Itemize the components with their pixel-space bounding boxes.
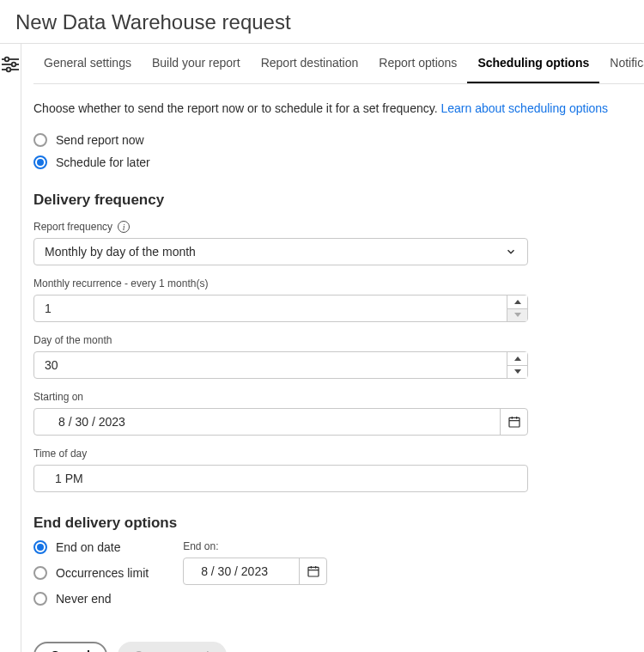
- starting-on-label: Starting on: [33, 391, 644, 403]
- svg-marker-6: [514, 300, 521, 304]
- monthly-recurrence-stepper[interactable]: 1: [33, 295, 528, 322]
- stepper-up-button[interactable]: [507, 296, 527, 308]
- svg-marker-8: [514, 356, 521, 361]
- info-icon[interactable]: i: [118, 221, 130, 233]
- svg-rect-20: [308, 567, 319, 576]
- delivery-frequency-heading: Delivery frequency: [33, 192, 644, 209]
- label-text: Report frequency: [33, 221, 112, 233]
- report-frequency-label: Report frequency i: [33, 221, 644, 233]
- end-on-date-input[interactable]: 8 / 30 / 2023: [183, 558, 327, 585]
- tabs: General settings Build your report Repor…: [33, 44, 644, 84]
- save-request-button[interactable]: Save request: [118, 642, 227, 652]
- chevron-down-icon: [505, 246, 517, 258]
- learn-link[interactable]: Learn about scheduling options: [440, 101, 608, 115]
- left-rail: [0, 44, 21, 652]
- end-delivery-heading: End delivery options: [33, 515, 644, 532]
- stepper-value: 30: [45, 358, 58, 372]
- tab-notification-email[interactable]: Notification email: [599, 44, 644, 83]
- radio-label: Send report now: [56, 133, 144, 147]
- tab-build-your-report[interactable]: Build your report: [142, 44, 251, 83]
- time-of-day-input[interactable]: 1 PM: [33, 465, 528, 492]
- intro-text: Choose whether to send the report now or…: [33, 100, 644, 118]
- monthly-recurrence-label: Monthly recurrence - every 1 month(s): [33, 277, 644, 289]
- radio-icon: [33, 155, 47, 169]
- page-title: New Data Warehouse request: [0, 0, 644, 44]
- radio-label: Occurrences limit: [56, 566, 149, 580]
- radio-schedule-later[interactable]: Schedule for later: [33, 155, 644, 169]
- calendar-button[interactable]: [299, 558, 326, 584]
- svg-point-3: [12, 63, 16, 67]
- tab-report-options[interactable]: Report options: [368, 44, 467, 83]
- radio-end-on-date[interactable]: End on date: [33, 540, 149, 554]
- radio-icon: [33, 566, 47, 580]
- tab-general-settings[interactable]: General settings: [33, 44, 142, 83]
- radio-occurrences-limit[interactable]: Occurrences limit: [33, 566, 149, 580]
- radio-send-now[interactable]: Send report now: [33, 133, 644, 147]
- radio-label: End on date: [56, 540, 121, 554]
- radio-icon: [33, 133, 47, 147]
- radio-icon: [33, 540, 47, 554]
- radio-never-end[interactable]: Never end: [33, 592, 149, 606]
- date-value: 8 / 30 / 2023: [201, 564, 268, 578]
- time-value: 1 PM: [45, 472, 83, 485]
- radio-icon: [33, 592, 47, 606]
- svg-point-5: [7, 68, 11, 72]
- radio-label: Schedule for later: [56, 155, 150, 169]
- svg-marker-9: [514, 369, 521, 374]
- settings-sliders-icon[interactable]: [0, 54, 21, 652]
- stepper-down-button[interactable]: [507, 365, 527, 379]
- stepper-value: 1: [45, 302, 52, 315]
- stepper-down-button[interactable]: [507, 308, 527, 322]
- radio-label: Never end: [56, 592, 112, 606]
- svg-marker-7: [514, 313, 521, 317]
- stepper-controls: [507, 296, 527, 321]
- starting-on-date-input[interactable]: 8 / 30 / 2023: [33, 408, 528, 436]
- svg-point-1: [5, 58, 9, 62]
- intro-copy: Choose whether to send the report now or…: [33, 101, 440, 115]
- report-frequency-select[interactable]: Monthly by day of the month: [33, 238, 528, 265]
- cancel-button[interactable]: Cancel: [33, 642, 107, 652]
- day-of-month-label: Day of the month: [33, 334, 644, 346]
- svg-rect-10: [509, 417, 519, 427]
- end-on-label: End on:: [183, 540, 327, 552]
- stepper-up-button[interactable]: [507, 352, 527, 365]
- tab-scheduling-options[interactable]: Scheduling options: [467, 44, 599, 83]
- select-value: Monthly by day of the month: [45, 245, 196, 259]
- date-value: 8 / 30 / 2023: [45, 415, 125, 429]
- time-of-day-label: Time of day: [33, 448, 644, 460]
- day-of-month-stepper[interactable]: 30: [33, 351, 528, 379]
- calendar-button[interactable]: [500, 409, 527, 435]
- tab-report-destination[interactable]: Report destination: [251, 44, 369, 83]
- stepper-controls: [507, 352, 527, 378]
